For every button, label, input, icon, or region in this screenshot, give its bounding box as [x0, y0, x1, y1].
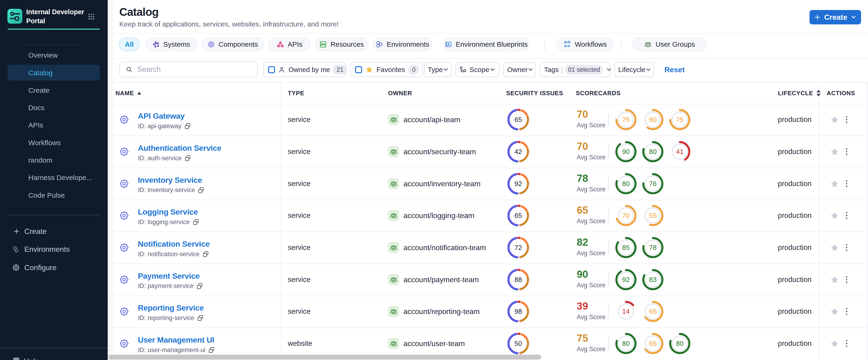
svg-text:83: 83	[649, 276, 657, 283]
svg-text:60: 60	[649, 116, 657, 123]
svg-text:65: 65	[515, 212, 522, 219]
svg-text:92: 92	[515, 180, 522, 187]
svg-text:98: 98	[515, 308, 522, 316]
svg-text:72: 72	[515, 244, 522, 251]
svg-text:41: 41	[676, 148, 683, 155]
svg-text:75: 75	[676, 116, 683, 123]
svg-text:80: 80	[676, 340, 683, 347]
svg-text:78: 78	[649, 244, 657, 251]
svg-text:42: 42	[515, 148, 522, 156]
svg-text:65: 65	[515, 116, 522, 124]
svg-text:85: 85	[622, 244, 630, 251]
svg-text:76: 76	[649, 180, 657, 187]
svg-text:14: 14	[622, 308, 630, 315]
svg-text:65: 65	[649, 340, 657, 347]
svg-text:92: 92	[622, 276, 630, 283]
svg-text:80: 80	[649, 148, 657, 155]
svg-text:75: 75	[622, 116, 630, 123]
svg-text:55: 55	[649, 212, 657, 219]
svg-text:70: 70	[622, 212, 630, 219]
svg-text:50: 50	[515, 340, 522, 348]
svg-text:65: 65	[649, 308, 657, 315]
svg-text:80: 80	[622, 180, 630, 187]
svg-text:90: 90	[622, 148, 630, 155]
svg-text:80: 80	[622, 340, 630, 347]
svg-text:88: 88	[515, 276, 522, 283]
